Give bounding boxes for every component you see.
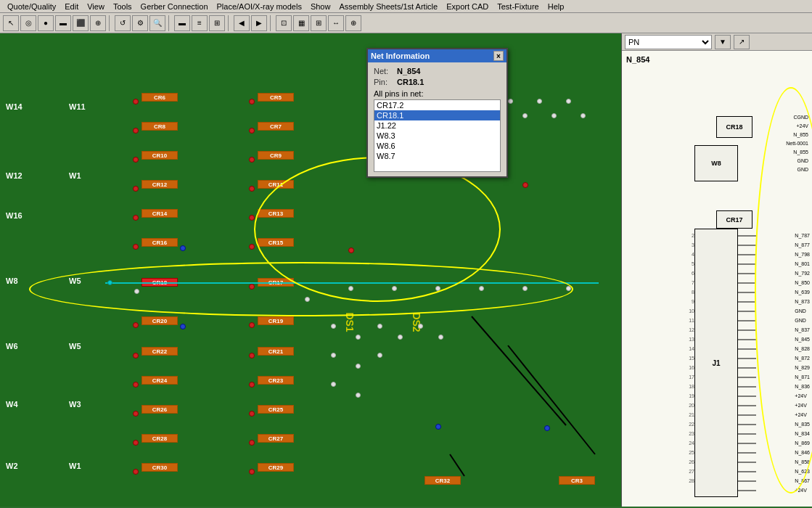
pins-list-item-0[interactable]: CR17.2 <box>374 100 500 110</box>
pins-list-item-4[interactable]: W8.6 <box>374 141 500 151</box>
pad-red-6 <box>133 244 139 250</box>
tool4[interactable]: ▬ <box>55 15 71 31</box>
cursor-tool[interactable]: ↖ <box>3 15 19 31</box>
comp-cr3x: CR3 <box>559 476 595 485</box>
tool11[interactable]: ⊞ <box>209 15 225 31</box>
search-tool[interactable]: 🔍 <box>149 15 165 31</box>
pad-red-r4 <box>249 186 255 192</box>
comp-cr32: CR32 <box>425 476 461 485</box>
menu-place[interactable]: Place/AOI/X-ray models <box>213 1 306 12</box>
tool16[interactable]: ⊕ <box>345 15 361 31</box>
ds2-label: DS2 <box>411 312 422 332</box>
pins-list-item-1[interactable]: CR18.1 <box>374 110 500 120</box>
side-label-w12: W12 <box>6 171 22 180</box>
pad-blue-1 <box>180 245 186 251</box>
comp-cr6: CR6 <box>142 93 178 102</box>
pad-white-6 <box>479 286 484 291</box>
tool2[interactable]: ◎ <box>20 15 36 31</box>
pins-list-item-5[interactable]: W8.7 <box>374 151 500 161</box>
comp-cr30: CR30 <box>142 463 178 472</box>
pad-center-2 <box>356 335 361 340</box>
menu-quote[interactable]: Quote/Quality <box>3 1 60 12</box>
net-info-titlebar: Net Information × <box>368 49 507 62</box>
pad-red-r2 <box>249 128 255 134</box>
pad-red-12 <box>133 469 139 475</box>
tool14[interactable]: ⊞ <box>311 15 327 31</box>
menu-assembly[interactable]: Assembly Sheets/1st Article <box>335 1 442 12</box>
pins-list-item-3[interactable]: W8.3 <box>374 131 500 141</box>
pad-white-5 <box>435 286 440 291</box>
tool9[interactable]: ▬ <box>174 15 190 31</box>
tool10[interactable]: ≡ <box>192 15 208 31</box>
pad-right-4 <box>522 113 528 118</box>
side-label-r5: W3 <box>69 400 81 409</box>
net-field-value: N_854 <box>397 67 420 75</box>
prev-btn[interactable]: ◀ <box>234 15 250 31</box>
pad-center-3 <box>377 324 382 329</box>
pcb-canvas[interactable]: W14 W12 W16 W8 W6 W4 W2 W11 W1 W5 W5 W3 … <box>0 33 621 507</box>
comp-cr23: CR23 <box>258 376 294 385</box>
pad-white-7 <box>522 286 528 291</box>
menu-gerber[interactable]: Gerber Connection <box>136 1 213 12</box>
pad-red-4 <box>133 186 139 192</box>
tool6[interactable]: ⊕ <box>90 15 106 31</box>
pad-center-10 <box>331 382 336 387</box>
pin-row: Pin: CR18.1 <box>374 78 501 86</box>
sep1 <box>109 15 112 31</box>
side-label-r4: W5 <box>69 342 81 351</box>
sep2 <box>168 15 171 31</box>
pcb-background <box>0 33 621 507</box>
comp-cr24: CR24 <box>142 376 178 385</box>
net-select-arrow[interactable]: ▼ <box>715 35 731 49</box>
side-label-r1: W11 <box>69 102 86 111</box>
menu-help[interactable]: Help <box>544 1 569 12</box>
pins-list-item-2[interactable]: J1.22 <box>374 120 500 131</box>
tool12[interactable]: ⊡ <box>276 15 292 31</box>
tool8[interactable]: ⚙ <box>132 15 148 31</box>
tool15[interactable]: ↔ <box>328 15 344 31</box>
net-info-close-button[interactable]: × <box>493 51 504 61</box>
comp-cr11: CR11 <box>258 180 294 189</box>
tool5[interactable]: ⬛ <box>73 15 89 31</box>
pin-field-value: CR18.1 <box>397 78 424 86</box>
comp-cr7: CR7 <box>258 122 294 131</box>
pad-red-far-1 <box>522 182 528 188</box>
pins-listbox[interactable]: CR17.2CR18.1J1.22W8.3W8.6W8.7 <box>374 99 501 172</box>
sep4 <box>270 15 273 31</box>
pad-center-11 <box>356 393 361 398</box>
menu-bar: Quote/Quality Edit View Tools Gerber Con… <box>0 0 812 13</box>
tool3[interactable]: ● <box>38 15 54 31</box>
menu-view[interactable]: View <box>83 1 109 12</box>
pad-red-2 <box>133 128 139 134</box>
menu-fixture[interactable]: Test-Fixture <box>493 1 543 12</box>
sch-pin-numbers: 23456789 1011121314151617 18192021222324… <box>623 231 694 486</box>
menu-export[interactable]: Export CAD <box>442 1 493 12</box>
next-btn[interactable]: ▶ <box>251 15 267 31</box>
pad-center-9 <box>377 353 382 358</box>
side-label-w4: W4 <box>6 400 18 409</box>
comp-cr29: CR29 <box>258 463 294 472</box>
menu-show[interactable]: Show <box>306 1 335 12</box>
pad-center-8 <box>356 364 361 369</box>
pad-red-10 <box>133 411 139 417</box>
menu-tools[interactable]: Tools <box>109 1 136 12</box>
pad-red-9 <box>133 382 139 388</box>
comp-cr14: CR14 <box>142 209 178 218</box>
pad-red-1 <box>133 99 139 105</box>
menu-edit[interactable]: Edit <box>60 1 83 12</box>
sch-net-nett0001: Nett-0001 <box>786 141 808 146</box>
net-select-expand[interactable]: ↗ <box>734 35 750 49</box>
pad-red-r5 <box>249 215 255 221</box>
net-select-dropdown[interactable]: PN <box>625 35 712 49</box>
ds1-label: DS1 <box>344 312 356 332</box>
pad-right-3 <box>508 99 513 104</box>
sch-net-gnd-2: GND <box>797 167 808 172</box>
tool13[interactable]: ▦ <box>293 15 309 31</box>
tool7[interactable]: ↺ <box>115 15 131 31</box>
sch-net-n855: N_855 <box>793 132 808 137</box>
pad-red-r1 <box>249 99 255 105</box>
pad-center-1 <box>331 324 336 329</box>
comp-cr10: CR10 <box>142 151 178 160</box>
comp-cr13: CR13 <box>258 209 294 218</box>
comp-cr21: CR21 <box>258 347 294 356</box>
